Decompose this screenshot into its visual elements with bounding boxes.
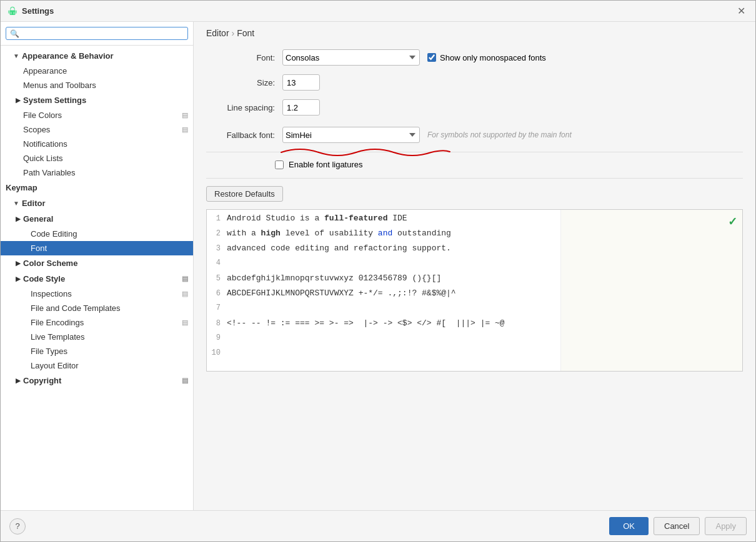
- sidebar-item-path-variables[interactable]: Path Variables: [1, 165, 193, 180]
- preview-line-6: 6 ABCDEFGHIJKLMNOPQRSTUVWXYZ +-*/= .,;:!…: [207, 288, 560, 303]
- sidebar-item-live-templates-label: Live Templates: [31, 332, 84, 342]
- sidebar-item-system-settings[interactable]: ▶ System Settings: [1, 92, 193, 108]
- sidebar-group-keymap[interactable]: Keymap: [1, 180, 193, 195]
- search-input[interactable]: [22, 29, 184, 38]
- sidebar-item-menus-toolbars[interactable]: Menus and Toolbars: [1, 78, 193, 92]
- nav-tree: ▼ Appearance & Behavior Appearance Menus…: [1, 46, 193, 510]
- line-num-8: 8: [207, 319, 227, 328]
- fallback-font-label: Fallback font:: [206, 131, 275, 140]
- divider-2: [206, 178, 743, 179]
- sidebar-item-code-style[interactable]: ▶ Code Style ▤: [1, 271, 193, 287]
- caret-icon-general: ▶: [16, 215, 21, 222]
- line-content-6: ABCDEFGHIJKLMNOPQRSTUVWXYZ +-*/= .,;:!? …: [227, 288, 456, 298]
- sidebar-item-inspections-label: Inspections: [31, 289, 72, 298]
- size-label: Size:: [206, 78, 275, 87]
- sidebar-item-notifications[interactable]: Notifications: [1, 137, 193, 151]
- sidebar-item-general[interactable]: ▶ General: [1, 211, 193, 227]
- sidebar-item-inspections[interactable]: Inspections ▤: [1, 287, 193, 301]
- preview-line-1: 1 Android Studio is a full-featured IDE: [207, 214, 560, 229]
- sidebar-item-font-label: Font: [31, 244, 47, 253]
- line-num-10: 10: [207, 348, 227, 357]
- help-button[interactable]: ?: [9, 518, 26, 535]
- settings-panel: Font: Consolas Show only monospaced font…: [194, 43, 755, 510]
- sidebar-item-path-variables-label: Path Variables: [23, 168, 76, 177]
- sidebar-item-code-editing[interactable]: Code Editing: [1, 227, 193, 241]
- cancel-button[interactable]: Cancel: [654, 517, 700, 535]
- preview-line-5: 5 abcdefghijklmnopqrstuvwxyz 0123456789 …: [207, 273, 560, 288]
- title-bar: Settings ✕: [1, 1, 755, 22]
- apply-button[interactable]: Apply: [705, 517, 747, 535]
- restore-defaults-wrap: Restore Defaults: [206, 186, 743, 202]
- sidebar-group-appearance[interactable]: ▼ Appearance & Behavior: [1, 48, 193, 64]
- layers-icon-copyright: ▤: [182, 377, 188, 385]
- breadcrumb-parent: Editor: [206, 28, 229, 38]
- dialog-body: 🔍 ▼ Appearance & Behavior Appearance Men…: [1, 22, 755, 510]
- sidebar-item-file-encodings-label: File Encodings: [31, 318, 84, 327]
- sidebar-group-editor-label: Editor: [22, 199, 46, 208]
- sidebar-item-quick-lists[interactable]: Quick Lists: [1, 151, 193, 165]
- preview-valid-icon: ✓: [728, 215, 737, 229]
- restore-defaults-button[interactable]: Restore Defaults: [206, 186, 283, 202]
- size-row: Size:: [206, 74, 743, 91]
- line-content-8: <!-- -- != := === >= >- => |-> -> <$> </…: [227, 318, 505, 328]
- preview-side-panel: [561, 210, 742, 371]
- divider: [206, 152, 743, 152]
- settings-dialog: Settings ✕ 🔍 ▼ Appearance & Behavior App…: [0, 0, 756, 542]
- breadcrumb: Editor › Font: [194, 22, 755, 43]
- sidebar-item-copyright[interactable]: ▶ Copyright ▤: [1, 373, 193, 388]
- monospaced-checkbox[interactable]: [427, 53, 436, 62]
- sidebar: 🔍 ▼ Appearance & Behavior Appearance Men…: [1, 22, 194, 510]
- sidebar-item-live-templates[interactable]: Live Templates: [1, 330, 193, 344]
- size-input[interactable]: [282, 74, 320, 91]
- ok-button[interactable]: OK: [609, 517, 649, 535]
- sidebar-item-color-scheme[interactable]: ▶ Color Scheme: [1, 255, 193, 271]
- breadcrumb-separator: ›: [232, 28, 235, 38]
- caret-icon-copyright: ▶: [16, 377, 21, 384]
- sidebar-item-system-settings-label: System Settings: [23, 96, 86, 105]
- preview-code: 1 Android Studio is a full-featured IDE …: [207, 210, 561, 371]
- monospaced-checkbox-row: Show only monospaced fonts: [427, 53, 546, 62]
- caret-icon-editor: ▼: [13, 200, 19, 207]
- line-num-7: 7: [207, 303, 227, 312]
- preview-line-4: 4: [207, 259, 560, 273]
- sidebar-item-code-style-label: Code Style: [23, 274, 65, 283]
- sidebar-item-quick-lists-label: Quick Lists: [23, 154, 63, 163]
- sidebar-item-file-code-templates[interactable]: File and Code Templates: [1, 301, 193, 315]
- sidebar-item-menus-toolbars-label: Menus and Toolbars: [23, 81, 96, 90]
- fallback-font-dropdown[interactable]: SimHei: [282, 127, 420, 143]
- android-icon: [7, 6, 18, 17]
- line-spacing-row: Line spacing:: [206, 99, 743, 116]
- caret-icon: ▼: [13, 52, 19, 59]
- sidebar-item-layout-editor-label: Layout Editor: [31, 361, 79, 370]
- font-dropdown[interactable]: Consolas: [282, 49, 420, 66]
- preview-line-10: 10: [207, 348, 560, 363]
- svg-point-1: [14, 8, 15, 9]
- svg-point-0: [11, 8, 12, 9]
- main-content: Editor › Font Font: Consolas Show only m…: [194, 22, 755, 510]
- sidebar-item-layout-editor[interactable]: Layout Editor: [1, 358, 193, 373]
- sidebar-group-appearance-label: Appearance & Behavior: [22, 51, 114, 61]
- preview-line-8: 8 <!-- -- != := === >= >- => |-> -> <$> …: [207, 318, 560, 333]
- sidebar-item-general-label: General: [23, 214, 53, 224]
- line-content-1: Android Studio is a full-featured IDE: [227, 214, 407, 223]
- ligatures-row: Enable font ligatures: [275, 160, 743, 169]
- close-button[interactable]: ✕: [734, 5, 749, 17]
- sidebar-item-scopes-label: Scopes: [23, 125, 50, 134]
- monospaced-label: Show only monospaced fonts: [440, 53, 546, 62]
- line-spacing-input[interactable]: [282, 99, 320, 116]
- sidebar-group-editor[interactable]: ▼ Editor: [1, 195, 193, 211]
- sidebar-item-file-colors[interactable]: File Colors ▤: [1, 108, 193, 122]
- ligatures-checkbox[interactable]: [275, 160, 284, 169]
- layers-icon-file-colors: ▤: [182, 111, 188, 119]
- sidebar-item-appearance[interactable]: Appearance: [1, 64, 193, 78]
- sidebar-item-font[interactable]: Font: [1, 241, 193, 255]
- sidebar-item-appearance-label: Appearance: [23, 66, 67, 76]
- sidebar-group-keymap-label: Keymap: [6, 183, 37, 192]
- ligatures-label: Enable font ligatures: [289, 160, 363, 169]
- sidebar-item-file-types[interactable]: File Types: [1, 344, 193, 358]
- sidebar-item-scopes[interactable]: Scopes ▤: [1, 122, 193, 137]
- line-content-3: advanced code editing and refactoring su…: [227, 244, 451, 253]
- fallback-control: SimHei For symbols not supported by the …: [282, 127, 572, 143]
- sidebar-item-file-encodings[interactable]: File Encodings ▤: [1, 315, 193, 330]
- footer-buttons: OK Cancel Apply: [609, 517, 747, 535]
